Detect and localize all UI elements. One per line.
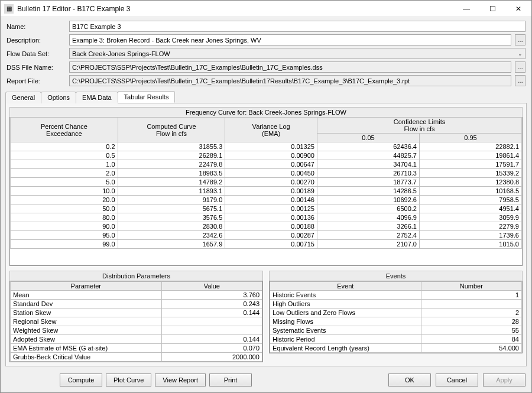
tab-strip: General Options EMA Data Tabular Results: [1, 87, 531, 103]
plot-curve-button[interactable]: Plot Curve: [106, 373, 151, 386]
table-row[interactable]: 80.03576.50.001364096.93059.9: [11, 213, 522, 222]
table-row[interactable]: Station Skew0.144: [11, 308, 262, 317]
tab-general[interactable]: General: [5, 92, 41, 103]
minimize-button[interactable]: —: [453, 1, 479, 17]
dss-browse-button[interactable]: …: [515, 61, 525, 73]
titlebar: ▦ Bulletin 17 Editor - B17C Example 3 — …: [1, 1, 531, 17]
events-caption: Events: [269, 271, 523, 281]
maximize-button[interactable]: ☐: [479, 1, 505, 17]
lower-panels: Distribution Parameters Parameter Value …: [9, 271, 523, 362]
table-row[interactable]: 0.526289.10.0090044825.719861.4: [11, 151, 522, 160]
report-label: Report File:: [7, 77, 66, 85]
description-browse-button[interactable]: …: [515, 34, 525, 46]
events-panel: Events Event Number Historic Events1High…: [269, 271, 523, 362]
table-row[interactable]: High Outliers: [270, 300, 522, 308]
tab-options[interactable]: Options: [41, 92, 76, 103]
app-icon: ▦: [4, 4, 14, 14]
table-row[interactable]: Adopted Skew0.144: [11, 335, 262, 344]
table-row[interactable]: Regional Skew: [11, 317, 262, 326]
tab-tabular-results[interactable]: Tabular Results: [118, 91, 176, 103]
table-row[interactable]: Standard Dev0.243: [11, 300, 262, 308]
frequency-caption: Frequency Curve for: Back Creek-Jones Sp…: [9, 107, 523, 117]
frequency-table-container: Frequency Curve for: Back Creek-Jones Sp…: [9, 107, 523, 266]
table-row[interactable]: Systematic Events55: [270, 326, 522, 335]
description-label: Description:: [7, 37, 66, 44]
table-row[interactable]: 0.231855.30.0132562436.422882.1: [11, 142, 522, 151]
table-row[interactable]: 50.05675.10.001256500.24951.4: [11, 204, 522, 213]
name-label: Name:: [7, 23, 66, 30]
window-frame: ▦ Bulletin 17 Editor - B17C Example 3 — …: [0, 0, 532, 393]
description-input[interactable]: [69, 34, 511, 46]
table-row[interactable]: Low Outliers and Zero Flows2: [270, 308, 522, 317]
table-row[interactable]: Weighted Skew: [11, 326, 262, 335]
cancel-button[interactable]: Cancel: [436, 373, 478, 386]
events-table[interactable]: Event Number Historic Events1High Outlie…: [269, 281, 523, 353]
table-row[interactable]: Historic Events1: [270, 291, 522, 300]
tab-ema-data[interactable]: EMA Data: [76, 92, 118, 103]
table-row[interactable]: 99.01657.90.007152107.01015.0: [11, 240, 522, 249]
table-row[interactable]: 90.02830.80.001883266.12279.9: [11, 222, 522, 231]
name-input[interactable]: [69, 21, 525, 32]
table-row[interactable]: Historic Period84: [270, 335, 522, 344]
distribution-caption: Distribution Parameters: [9, 271, 263, 281]
report-file-input[interactable]: [69, 75, 511, 86]
table-row[interactable]: 1.022479.80.0064734704.117591.7: [11, 160, 522, 169]
compute-button[interactable]: Compute: [60, 373, 102, 386]
view-report-button[interactable]: View Report: [155, 373, 206, 386]
table-row[interactable]: EMA Estimate of MSE (G at-site)0.070: [11, 344, 262, 353]
flowdata-label: Flow Data Set:: [7, 50, 66, 57]
table-row[interactable]: Equivalent Record Length (years)54.000: [270, 344, 522, 353]
table-row[interactable]: Missing Flows28: [270, 317, 522, 326]
tabular-results-panel: Frequency Curve for: Back Creek-Jones Sp…: [5, 103, 527, 366]
close-button[interactable]: ✕: [505, 1, 531, 17]
dss-file-input[interactable]: [69, 61, 511, 73]
report-browse-button[interactable]: …: [515, 75, 525, 86]
form-area: Name: Description: … Flow Data Set: ⌄ DS…: [1, 17, 531, 87]
ok-button[interactable]: OK: [388, 373, 431, 386]
apply-button[interactable]: Apply: [483, 373, 525, 386]
print-button[interactable]: Print: [209, 373, 252, 386]
dss-label: DSS File Name:: [7, 64, 66, 71]
distribution-table[interactable]: Parameter Value Mean3.760Standard Dev0.2…: [9, 281, 263, 362]
frequency-table[interactable]: Percent Chance Exceedance Computed Curve…: [9, 117, 523, 266]
flowdata-select[interactable]: [69, 48, 525, 59]
footer: Compute Plot Curve View Report Print OK …: [1, 370, 531, 392]
window-title: Bulletin 17 Editor - B17C Example 3: [17, 5, 453, 13]
table-row[interactable]: 2.018983.50.0045026710.315339.2: [11, 169, 522, 178]
table-row[interactable]: Mean3.760: [11, 291, 262, 300]
table-row[interactable]: 95.02342.60.002872752.41739.6: [11, 231, 522, 240]
table-row[interactable]: 10.011893.10.0018914286.510168.5: [11, 187, 522, 196]
distribution-panel: Distribution Parameters Parameter Value …: [9, 271, 263, 362]
table-row[interactable]: Grubbs-Beck Critical Value2000.000: [11, 353, 262, 362]
table-row[interactable]: 20.09179.00.0014610692.67958.5: [11, 196, 522, 204]
table-row[interactable]: 5.014789.20.0027018773.712380.8: [11, 178, 522, 187]
